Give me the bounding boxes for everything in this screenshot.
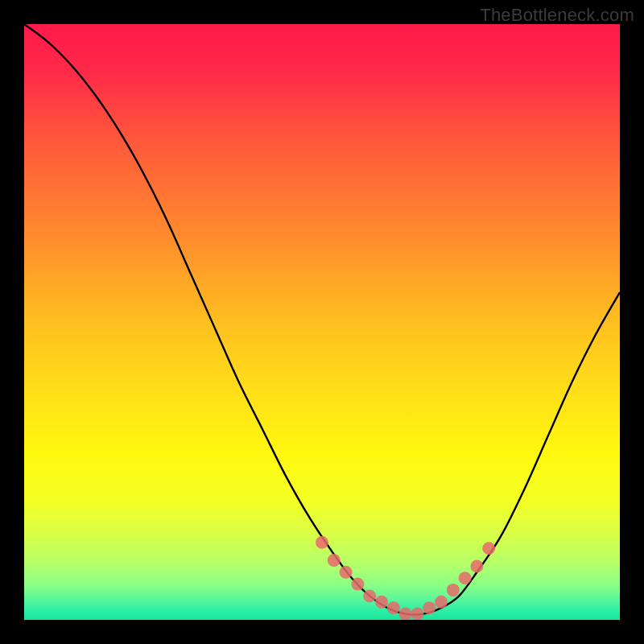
marker-point — [423, 601, 436, 614]
marker-point — [470, 559, 483, 572]
plot-area — [24, 24, 620, 620]
marker-point — [363, 589, 376, 602]
marker-point — [435, 596, 448, 609]
chart-frame: TheBottleneck.com — [0, 0, 644, 644]
marker-point — [411, 608, 423, 620]
gradient-background — [24, 24, 620, 620]
watermark-text: TheBottleneck.com — [480, 5, 634, 26]
marker-point — [328, 554, 341, 567]
marker-point — [399, 608, 412, 620]
marker-point — [387, 601, 400, 614]
marker-point — [447, 584, 460, 597]
marker-point — [316, 536, 328, 549]
marker-point — [340, 566, 353, 579]
marker-point — [459, 572, 472, 584]
marker-point — [351, 578, 364, 591]
marker-point — [375, 596, 388, 609]
bottleneck-chart — [24, 24, 620, 620]
marker-point — [482, 542, 495, 555]
